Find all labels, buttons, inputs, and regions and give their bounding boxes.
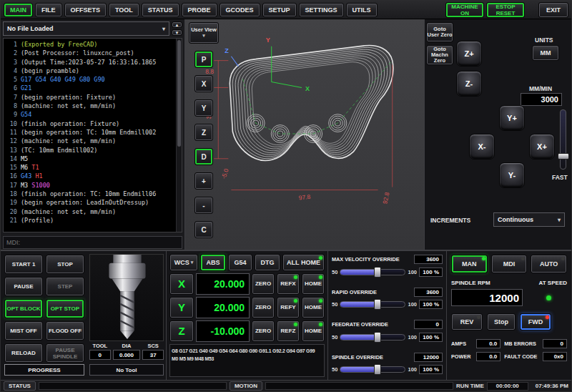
menu-item-main[interactable]: MAIN [4, 3, 33, 17]
menu-item-status[interactable]: STATUS [142, 3, 179, 17]
slider-handle[interactable] [374, 267, 381, 278]
toolpath-viewport[interactable]: Y X Z 8.8 38.8 -5.0 97.8 92. [185, 19, 424, 250]
file-selector[interactable]: No File Loaded ▾ [3, 21, 169, 36]
step-button[interactable]: STEP [46, 277, 84, 296]
opt-stop-button[interactable]: OPT STOP [46, 299, 84, 318]
pause-button[interactable]: PAUSE [4, 277, 43, 296]
jog-x-plus-button[interactable]: X+ [529, 134, 555, 160]
rapid-override-slider[interactable] [340, 301, 405, 308]
view-button-c[interactable]: C [194, 221, 213, 238]
slider-handle[interactable] [374, 364, 381, 375]
spindle-stop-button[interactable]: Stop [487, 313, 516, 330]
gcode-line[interactable]: 5G17 G54 G40 G49 G80 G90 [4, 75, 174, 84]
units-mm-button[interactable]: MM [532, 45, 559, 61]
menu-item-tool[interactable]: TOOL [109, 3, 139, 17]
gcode-line[interactable]: 10(finish operation: Fixture) [4, 119, 174, 128]
zero-x-button[interactable]: ZERO [252, 273, 275, 295]
gcode-line[interactable]: 19(begin operation: LeadInOutDressup) [4, 198, 174, 207]
view-button-d[interactable]: D [194, 148, 213, 165]
goto-user-zero-button[interactable]: Goto User Zero [426, 22, 453, 42]
view-button-x[interactable]: X [194, 75, 213, 92]
gcode-line[interactable]: 21(Profile) [4, 216, 174, 225]
max-velocity-override-slider[interactable] [340, 269, 405, 275]
gcode-line[interactable]: 16G43 H1 [4, 172, 174, 180]
gcode-line[interactable]: 14M5 [4, 155, 174, 163]
gcode-line[interactable]: 9G54 [4, 110, 174, 119]
auto-mode-button[interactable]: AUTO [531, 255, 567, 273]
gcode-line[interactable]: 8(machine: not set, mm/min) [4, 102, 174, 110]
wcs-button[interactable]: WCS ▾ [169, 254, 198, 271]
spindle-rev-button[interactable]: REV [451, 313, 483, 330]
view-button-minus[interactable]: - [194, 197, 213, 214]
view-button-z[interactable]: Z [194, 124, 213, 141]
scrollbar-thumb[interactable] [177, 40, 181, 147]
jog-y-minus-button[interactable]: Y- [499, 162, 525, 188]
scroll-down-button[interactable]: ▼ [172, 29, 182, 36]
spindle-override-slider[interactable] [340, 366, 405, 373]
mist-button[interactable]: MIST OFF [4, 321, 43, 340]
ref-z-button[interactable]: REFZ [277, 320, 300, 342]
all-home-button[interactable]: ALL HOME [282, 254, 325, 271]
feedrate-override-slider[interactable] [340, 334, 405, 340]
flood-button[interactable]: FLOOD OFF [46, 321, 84, 340]
gcode-line[interactable]: 18(finish operation: TC: 10mm Endmill06 [4, 190, 174, 198]
menu-item-settings[interactable]: SETTINGS [299, 3, 344, 17]
man-mode-button[interactable]: MAN [451, 255, 488, 273]
home-x-button[interactable]: HOME [302, 273, 325, 295]
view-button-p[interactable]: P [194, 51, 213, 68]
gcode-line[interactable]: 3(Output Time:2023-05-27 16:33:16.1865 [4, 58, 174, 67]
gcode-line[interactable]: 13(TC: 10mm Endmill002) [4, 146, 174, 155]
menu-item-setup[interactable]: SETUP [262, 3, 297, 17]
view-button-user-view[interactable]: User View▾ [189, 22, 219, 44]
jog-z-minus-button[interactable]: Z- [456, 71, 482, 97]
menu-item-gcodes[interactable]: GCODES [220, 3, 260, 17]
menu-item-file[interactable]: FILE [35, 3, 62, 17]
gcode-line[interactable]: 20(machine: not set, mm/min) [4, 207, 174, 216]
menu-item-utils[interactable]: UTILS [346, 3, 378, 17]
slider-handle[interactable] [558, 153, 569, 160]
increments-select[interactable]: Continuous ▾ [493, 212, 565, 227]
gcode-line[interactable]: 11(begin operation: TC: 10mm Endmill002 [4, 128, 174, 137]
view-button-y[interactable]: Y [194, 99, 213, 117]
home-y-button[interactable]: HOME [302, 297, 325, 318]
zero-z-button[interactable]: ZERO [252, 320, 275, 342]
gcode-line[interactable]: 2(Post Processor: linuxcnc_post) [4, 49, 174, 57]
zero-y-button[interactable]: ZERO [252, 297, 275, 318]
ref-x-button[interactable]: REFX [277, 273, 300, 295]
gcode-line[interactable]: 6G21 [4, 84, 174, 92]
gcode-line[interactable]: 12(machine: not set, mm/min) [4, 137, 174, 145]
abs-button[interactable]: ABS [200, 254, 226, 271]
menu-item-probe[interactable]: PROBE [182, 3, 217, 17]
gcode-line[interactable]: 7(begin operation: Fixture) [4, 93, 174, 102]
spindle-fwd-button[interactable]: FWD [520, 313, 551, 330]
start-button[interactable]: START 1 [4, 255, 43, 274]
gcode-editor[interactable]: 1(Exported by FreeCAD)2(Post Processor: … [3, 38, 182, 232]
slider-handle[interactable] [374, 299, 381, 310]
menu-item-offsets[interactable]: OFFSETS [64, 3, 107, 17]
mdi-input[interactable] [3, 236, 182, 249]
goto-machine-zero-button[interactable]: Goto Machn Zero [426, 45, 453, 65]
jog-x-minus-button[interactable]: X- [469, 134, 495, 160]
pause-spindle-button[interactable]: PAUSE SPINDLE [46, 343, 84, 363]
gcode-scrollbar[interactable] [176, 39, 182, 232]
axis-y-button[interactable]: Y [169, 297, 194, 318]
slider-handle[interactable] [374, 332, 381, 343]
gcode-line[interactable]: 4(begin preamble) [4, 67, 174, 75]
jog-z-plus-button[interactable]: Z+ [456, 41, 482, 67]
mdi-mode-button[interactable]: MDI [491, 255, 528, 273]
exit-button[interactable]: EXIT [538, 2, 568, 18]
home-z-button[interactable]: HOME [302, 320, 325, 342]
view-button-plus[interactable]: + [194, 172, 213, 190]
jog-y-plus-button[interactable]: Y+ [499, 105, 525, 131]
gcode-line[interactable]: 15M6 T1 [4, 163, 174, 172]
estop-reset-button[interactable]: ESTOP RESET [486, 2, 525, 18]
g54-button[interactable]: G54 [228, 254, 252, 271]
gcode-line[interactable]: 1(Exported by FreeCAD) [4, 40, 174, 49]
gcode-line[interactable]: 17M3 S1000 [4, 181, 174, 190]
ref-y-button[interactable]: REFY [277, 297, 300, 318]
axis-x-button[interactable]: X [169, 273, 194, 295]
machine-on-button[interactable]: MACHINE ON [445, 2, 484, 18]
axis-z-button[interactable]: Z [169, 320, 194, 342]
scroll-up-button[interactable]: ▲ [172, 21, 182, 28]
opt-block-button[interactable]: OPT BLOCK [4, 299, 43, 318]
